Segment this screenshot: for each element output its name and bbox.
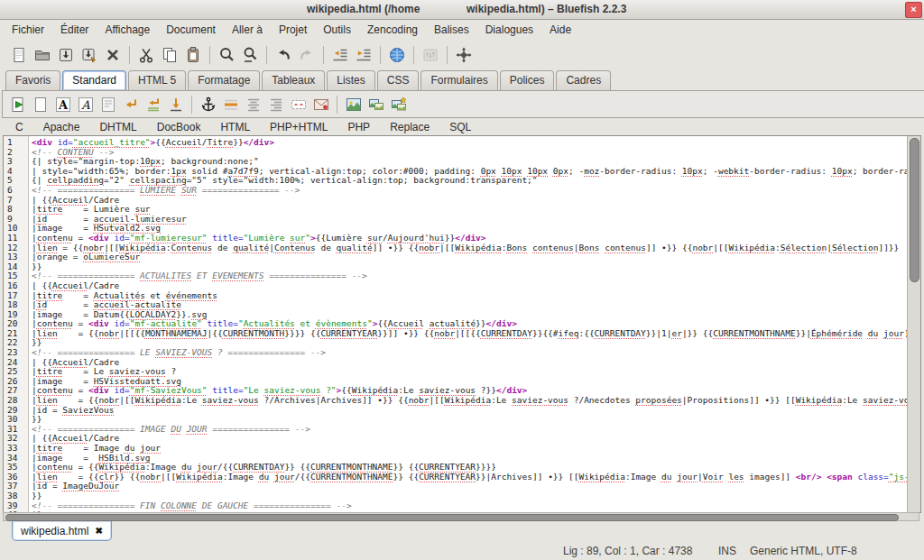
undo-icon: [274, 46, 292, 64]
code-token: = {{: [58, 243, 84, 252]
tab-standard[interactable]: Standard: [62, 70, 126, 90]
lang-docbook[interactable]: DocBook: [147, 119, 211, 135]
code-token: Accueil: [52, 357, 88, 367]
menu-document[interactable]: Document: [158, 21, 224, 39]
menu-outils[interactable]: Outils: [315, 21, 359, 39]
code-token: jour: [677, 472, 698, 482]
unindent-button[interactable]: [329, 44, 351, 66]
horizontal-scrollbar[interactable]: [3, 512, 919, 521]
code-token: moz: [584, 166, 599, 176]
quickstart-button[interactable]: [7, 94, 28, 115]
lang-c[interactable]: C: [5, 119, 33, 135]
paste-button[interactable]: [182, 44, 204, 66]
multi-thumbnail-button[interactable]: [388, 94, 409, 115]
code-token: = {{: [58, 472, 99, 482]
code-token: CURRENTDAY: [233, 462, 284, 472]
non-breaking-space-button[interactable]: [165, 94, 186, 115]
preview-in-browser-button[interactable]: [386, 44, 408, 66]
horizontal-scrollbar-thumb[interactable]: [5, 514, 899, 521]
line-break-button[interactable]: [120, 94, 141, 115]
tab-listes[interactable]: Listes: [327, 70, 374, 90]
center-button[interactable]: [243, 94, 263, 115]
lang-sql[interactable]: SQL: [439, 119, 481, 135]
code-token: :Le: [181, 395, 202, 405]
find-replace-icon: [241, 46, 259, 64]
vertical-scrollbar-thumb[interactable]: [910, 138, 919, 282]
tab-polices[interactable]: Polices: [500, 70, 555, 90]
insert-image-button[interactable]: [343, 94, 364, 115]
code-token: {| style="margin-top:: [32, 156, 140, 166]
redo-button[interactable]: [296, 44, 318, 66]
email-button[interactable]: [310, 94, 331, 115]
lang-replace[interactable]: Replace: [380, 119, 439, 135]
tab-favoris[interactable]: Favoris: [5, 70, 60, 90]
tab-css[interactable]: CSS: [377, 70, 420, 90]
lang-dhtml[interactable]: DHTML: [89, 119, 146, 135]
bold-button[interactable]: A: [52, 94, 73, 115]
copy-icon: [161, 46, 179, 64]
window-close-button[interactable]: ×: [905, 2, 922, 18]
scroll-synchronize-button[interactable]: [453, 44, 475, 66]
indent-button[interactable]: [353, 44, 374, 66]
lang-apache[interactable]: Apache: [33, 119, 90, 135]
menu-dialogues[interactable]: Dialogues: [477, 21, 541, 39]
code-token: Wikipédia: [578, 472, 624, 482]
document-tab-close-icon[interactable]: ✖: [95, 526, 102, 536]
menu-zencoding[interactable]: Zencoding: [359, 21, 426, 39]
save-as-button[interactable]: [79, 44, 100, 66]
break-clear-button[interactable]: [143, 94, 163, 115]
right-justify-button[interactable]: [265, 94, 286, 115]
menu-projet[interactable]: Projet: [271, 21, 315, 39]
new-document-button[interactable]: [8, 44, 30, 66]
italic-button[interactable]: A: [75, 94, 96, 115]
code-token: =============== -->: [197, 185, 300, 195]
save-icon: [57, 46, 75, 64]
code-token: SUR: [181, 185, 197, 195]
body-button[interactable]: [30, 94, 51, 115]
tab-formulaires[interactable]: Formulaires: [420, 70, 497, 90]
code-token: =============== -->: [208, 424, 310, 434]
code-token: "mf-lumieresur": [130, 233, 208, 243]
line-number: 38: [4, 491, 29, 501]
undo-button[interactable]: [273, 44, 294, 66]
menu-aller-a[interactable]: Aller à: [224, 21, 271, 39]
menu-aide[interactable]: Aide: [541, 21, 579, 39]
menu-editer[interactable]: Éditer: [52, 21, 97, 39]
lang-php[interactable]: PHP: [337, 119, 380, 135]
code-token: {{: [155, 137, 165, 147]
tab-tableaux[interactable]: Tableaux: [262, 70, 325, 90]
close-document-button[interactable]: [102, 44, 124, 66]
code-token: |Propositions]] •}} [[: [682, 395, 796, 405]
tab-formatage[interactable]: Formatage: [188, 70, 260, 90]
tab-html-5[interactable]: HTML 5: [128, 70, 186, 90]
copy-button[interactable]: [159, 44, 180, 66]
code-token: saviez-vous: [419, 385, 476, 395]
code-token: Aujourd'hui: [388, 233, 445, 243]
vertical-scrollbar[interactable]: [907, 136, 920, 512]
thumbnail-button[interactable]: [365, 94, 386, 115]
code-token: DU: [171, 424, 180, 434]
preferences-button[interactable]: [420, 44, 441, 66]
toolbar-separator: [129, 46, 130, 64]
code-token: ]]}} • [: [878, 243, 908, 252]
find-replace-button[interactable]: [239, 44, 261, 66]
cut-button[interactable]: [135, 44, 157, 66]
paragraph-button[interactable]: [97, 94, 118, 115]
open-folder-button[interactable]: [32, 44, 53, 66]
find-button[interactable]: [216, 44, 237, 66]
code-token: }}: [32, 414, 42, 424]
lang-php-html[interactable]: PHP+HTML: [260, 119, 337, 135]
comment-button[interactable]: [288, 94, 309, 115]
tab-cadres[interactable]: Cadres: [556, 70, 611, 90]
horizontal-rule-button[interactable]: [220, 94, 241, 115]
menu-fichier[interactable]: Fichier: [4, 21, 52, 39]
code-area[interactable]: 1<div id="accueil_titre">{{Accueil/Titre…: [4, 136, 908, 512]
code-token: "accueil_titre": [73, 137, 151, 147]
document-tab-wikipedia[interactable]: wikipedia.html ✖: [12, 521, 112, 541]
save-button[interactable]: [55, 44, 77, 66]
anchor-button[interactable]: [198, 94, 218, 115]
editor[interactable]: 1<div id="accueil_titre">{{Accueil/Titre…: [3, 135, 921, 513]
lang-html[interactable]: HTML: [210, 119, 260, 135]
menu-balises[interactable]: Balises: [426, 21, 477, 39]
menu-affichage[interactable]: Affichage: [97, 21, 158, 39]
